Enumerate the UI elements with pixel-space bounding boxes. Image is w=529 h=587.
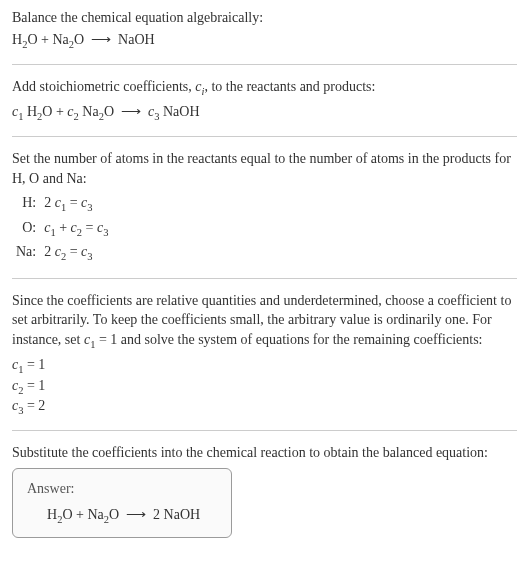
chemical-equation: H2O + Na2O ⟶ NaOH (12, 30, 517, 52)
atom-equations-table: H: 2 c1 = c3 O: c1 + c2 = c3 Na: 2 c2 = … (12, 192, 112, 265)
table-row: O: c1 + c2 = c3 (12, 217, 112, 241)
chemical-equation-coeffs: c1 H2O + c2 Na2O ⟶ c3 NaOH (12, 102, 517, 124)
answer-box: Answer: H2O + Na2O ⟶ 2 NaOH (12, 468, 232, 538)
divider (12, 136, 517, 137)
element-equation: c1 + c2 = c3 (40, 217, 112, 241)
coeff-value: c2 = 1 (12, 377, 517, 397)
answer-equation: H2O + Na2O ⟶ 2 NaOH (27, 505, 217, 527)
divider (12, 430, 517, 431)
section-title: Balance the chemical equation algebraica… (12, 8, 517, 28)
section-substitute: Substitute the coefficients into the che… (12, 443, 517, 539)
section-solve: Since the coefficients are relative quan… (12, 291, 517, 418)
divider (12, 64, 517, 65)
coeff-value: c1 = 1 (12, 356, 517, 376)
section-title: Add stoichiometric coefficients, ci, to … (12, 77, 517, 99)
table-row: Na: 2 c2 = c3 (12, 241, 112, 265)
section-atom-balance: Set the number of atoms in the reactants… (12, 149, 517, 266)
coeff-value: c3 = 2 (12, 397, 517, 417)
element-equation: 2 c2 = c3 (40, 241, 112, 265)
coefficient-values: c1 = 1 c2 = 1 c3 = 2 (12, 356, 517, 417)
divider (12, 278, 517, 279)
section-stoichiometric: Add stoichiometric coefficients, ci, to … (12, 77, 517, 124)
element-equation: 2 c1 = c3 (40, 192, 112, 216)
answer-label: Answer: (27, 479, 217, 499)
section-balance: Balance the chemical equation algebraica… (12, 8, 517, 52)
section-title: Set the number of atoms in the reactants… (12, 149, 517, 188)
element-label: H: (12, 192, 40, 216)
section-title: Since the coefficients are relative quan… (12, 291, 517, 353)
element-label: O: (12, 217, 40, 241)
section-title: Substitute the coefficients into the che… (12, 443, 517, 463)
element-label: Na: (12, 241, 40, 265)
table-row: H: 2 c1 = c3 (12, 192, 112, 216)
